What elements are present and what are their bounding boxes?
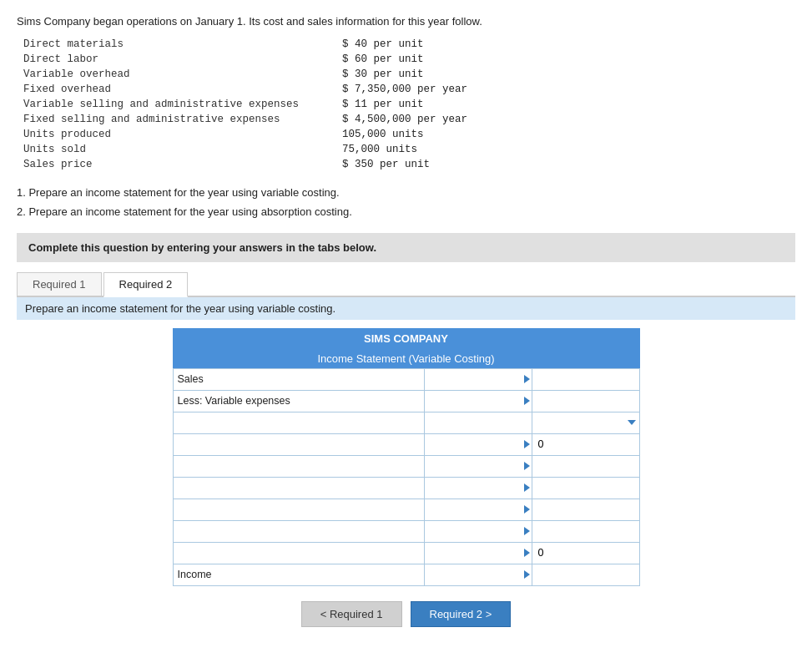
table-row xyxy=(173,455,639,477)
cost-value: $ 4,500,000 per year xyxy=(337,113,794,126)
expand-icon xyxy=(524,483,530,492)
cost-label: Fixed overhead xyxy=(18,83,335,96)
row-label xyxy=(173,520,424,542)
dropdown-icon xyxy=(628,420,636,425)
table-row xyxy=(173,433,639,455)
instruction-2: 2. Prepare an income statement for the y… xyxy=(17,204,795,221)
table-row xyxy=(173,520,639,542)
cost-info-table: Direct materials$ 40 per unitDirect labo… xyxy=(17,36,795,173)
tab-required-1[interactable]: Required 1 xyxy=(17,272,102,296)
expand-icon xyxy=(524,462,530,470)
section-header: Prepare an income statement for the year… xyxy=(17,297,795,320)
row-mid-input[interactable] xyxy=(424,520,532,542)
tabs-row: Required 1 Required 2 xyxy=(17,272,795,297)
row-mid-input[interactable] xyxy=(424,542,532,564)
row-total-input[interactable] xyxy=(532,542,639,564)
row-total-input[interactable] xyxy=(532,433,639,455)
mid-field[interactable] xyxy=(429,547,527,559)
row-mid-input[interactable] xyxy=(424,412,532,433)
mid-field[interactable] xyxy=(429,417,527,428)
row-label: Income xyxy=(173,564,424,585)
mid-field[interactable] xyxy=(429,460,527,472)
mid-field[interactable] xyxy=(429,373,527,385)
row-mid-input[interactable] xyxy=(424,455,532,477)
prev-button[interactable]: < Required 1 xyxy=(301,601,402,627)
table-row xyxy=(173,542,639,564)
row-label xyxy=(173,455,424,477)
row-label xyxy=(173,412,424,433)
total-field[interactable] xyxy=(537,460,635,472)
mid-field[interactable] xyxy=(429,395,527,407)
cost-label: Units sold xyxy=(18,143,335,156)
row-total-input[interactable] xyxy=(532,564,639,585)
total-field[interactable] xyxy=(537,525,635,537)
row-mid-input[interactable] xyxy=(424,433,532,455)
row-total-input[interactable] xyxy=(532,412,639,433)
row-label: Sales xyxy=(173,368,424,390)
row-total-input[interactable] xyxy=(532,368,639,390)
cost-label: Variable selling and administrative expe… xyxy=(18,98,335,111)
cost-value: 105,000 units xyxy=(337,128,794,141)
row-label: Less: Variable expenses xyxy=(173,390,424,412)
instruction-1: 1. Prepare an income statement for the y… xyxy=(17,185,795,202)
cost-label: Direct labor xyxy=(18,53,335,66)
nav-buttons: < Required 1 Required 2 > xyxy=(17,601,795,627)
table-row: Income xyxy=(173,564,639,585)
expand-icon xyxy=(524,505,530,514)
expand-icon xyxy=(524,375,530,383)
table-row xyxy=(173,477,639,499)
cost-value: $ 7,350,000 per year xyxy=(337,83,794,96)
mid-field[interactable] xyxy=(429,569,527,580)
row-label xyxy=(173,433,424,455)
company-name: SIMS COMPANY xyxy=(173,328,640,349)
cost-value: $ 40 per unit xyxy=(337,38,794,51)
table-row: Less: Variable expenses xyxy=(173,390,639,412)
row-mid-input[interactable] xyxy=(424,368,532,390)
row-label xyxy=(173,542,424,564)
row-mid-input[interactable] xyxy=(424,390,532,412)
cost-value: 75,000 units xyxy=(337,143,794,156)
mid-field[interactable] xyxy=(429,525,527,537)
row-total-input[interactable] xyxy=(532,390,639,412)
total-field[interactable] xyxy=(537,569,635,580)
total-field[interactable] xyxy=(537,373,635,385)
expand-icon xyxy=(524,570,530,579)
row-total-input[interactable] xyxy=(532,499,639,520)
cost-value: $ 350 per unit xyxy=(337,158,794,171)
tab-required-2[interactable]: Required 2 xyxy=(103,272,189,297)
cost-label: Direct materials xyxy=(18,38,335,51)
income-statement-table: SalesLess: Variable expensesIncome xyxy=(173,368,640,586)
expand-icon xyxy=(524,397,530,405)
cost-value: $ 11 per unit xyxy=(337,98,794,111)
row-mid-input[interactable] xyxy=(424,564,532,585)
cost-label: Fixed selling and administrative expense… xyxy=(18,113,335,126)
row-label xyxy=(173,499,424,520)
table-row: Sales xyxy=(173,368,639,390)
table-row xyxy=(173,499,639,520)
row-mid-input[interactable] xyxy=(424,477,532,499)
mid-field[interactable] xyxy=(429,438,527,450)
mid-field[interactable] xyxy=(429,482,527,493)
cost-value: $ 60 per unit xyxy=(337,53,794,66)
next-button[interactable]: Required 2 > xyxy=(411,601,512,627)
row-label xyxy=(173,477,424,499)
table-row xyxy=(173,412,639,433)
total-field[interactable] xyxy=(537,547,635,559)
row-total-input[interactable] xyxy=(532,455,639,477)
row-total-input[interactable] xyxy=(532,477,639,499)
total-field[interactable] xyxy=(537,504,635,515)
total-field[interactable] xyxy=(537,482,635,493)
cost-label: Sales price xyxy=(18,158,335,171)
instructions: 1. Prepare an income statement for the y… xyxy=(17,185,795,221)
complete-box: Complete this question by entering your … xyxy=(17,233,795,262)
row-total-input[interactable] xyxy=(532,520,639,542)
row-mid-input[interactable] xyxy=(424,499,532,520)
total-field[interactable] xyxy=(537,395,635,407)
total-field[interactable] xyxy=(537,438,635,450)
cost-value: $ 30 per unit xyxy=(337,68,794,81)
statement-title: Income Statement (Variable Costing) xyxy=(173,349,640,368)
expand-icon xyxy=(524,440,530,448)
mid-field[interactable] xyxy=(429,504,527,515)
expand-icon xyxy=(524,527,530,535)
cost-label: Variable overhead xyxy=(18,68,335,81)
